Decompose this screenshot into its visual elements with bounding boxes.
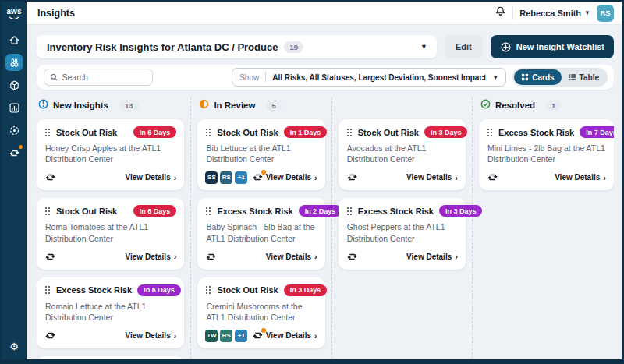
lane-title: In Review — [214, 101, 255, 110]
sidebar-item-cube[interactable] — [5, 76, 23, 94]
insight-card[interactable]: Excess Stock Risk In 3 Days Ghost Pepper… — [339, 198, 466, 269]
new-insight-watchlist-label: New Insight Watchlist — [516, 42, 604, 51]
risk-type-label: Stock Out Risk — [358, 128, 419, 137]
drag-handle-icon[interactable] — [205, 128, 211, 137]
lane-count-badge: 13 — [119, 100, 139, 111]
view-details-link[interactable]: View Details› — [406, 252, 458, 261]
topbar: Insights Rebecca Smith ▼ RS — [27, 2, 622, 25]
assignee-avatars: SSRS+1 — [205, 171, 247, 184]
notifications-bell-icon[interactable] — [495, 5, 506, 20]
status-icon — [38, 98, 48, 112]
avatar-chip[interactable]: +1 — [235, 330, 247, 342]
user-avatar[interactable]: RS — [597, 5, 614, 22]
drag-handle-icon[interactable] — [205, 285, 211, 295]
view-details-link[interactable]: View Details› — [266, 252, 317, 261]
sidebar-item-gear[interactable]: ⚙ — [5, 337, 23, 355]
feedback-icon — [9, 147, 20, 159]
insight-card[interactable]: Stock Out Risk In 6 Days Honey Crisp App… — [37, 119, 184, 190]
insight-card[interactable]: Stock Out Risk In 3 Days Cremini Mushroo… — [197, 277, 324, 348]
bar-chart-icon — [9, 102, 20, 114]
sync-icon[interactable] — [44, 330, 56, 341]
view-details-link[interactable]: View Details› — [126, 331, 177, 341]
due-date-badge: In 6 Days — [133, 205, 177, 217]
search-box[interactable] — [44, 69, 153, 86]
lane-cards: Stock Out Risk In 3 Days Avocados at the… — [339, 119, 466, 270]
board-lane: Resolved 1 Excess Stock Risk In 7 Days M… — [473, 97, 614, 359]
chevron-down-icon: ▼ — [420, 43, 427, 51]
view-details-link[interactable]: View Details› — [266, 173, 317, 182]
table-view-button[interactable]: Table — [562, 69, 606, 85]
app-window: aws ⚙ Insights Rebecca Smith ▼ RS — [0, 0, 624, 364]
insight-card[interactable]: Excess Stock Risk In 6 Days Romain Lettu… — [37, 277, 184, 348]
insight-card[interactable]: Excess Stock Risk In 7 Days Mini Limes -… — [479, 119, 614, 190]
drag-handle-icon[interactable] — [44, 285, 51, 295]
view-details-link[interactable]: View Details› — [266, 331, 317, 341]
sidebar-item-bar-chart[interactable] — [5, 99, 23, 116]
view-details-link[interactable]: View Details› — [406, 173, 458, 182]
insight-card[interactable]: Stock Out Risk In 1 Days Bib Lettuce at … — [197, 119, 324, 190]
sync-icon[interactable] — [252, 330, 264, 341]
sync-icon[interactable] — [44, 171, 56, 183]
drag-handle-icon[interactable] — [205, 207, 211, 216]
watchlist-selector[interactable]: Inventory Risk Insights for Atlanta DC /… — [37, 35, 437, 58]
card-description: Baby Spinach - 5lb Bag at the ATL1 Distr… — [206, 221, 317, 243]
show-filter-dropdown[interactable]: Show All Risks, All Statuses, Largest De… — [232, 68, 506, 87]
sync-icon[interactable] — [346, 171, 358, 183]
lane-cards: Stock Out Risk In 6 Days Honey Crisp App… — [37, 119, 184, 359]
sidebar-nav — [5, 31, 23, 337]
view-toggle: Cards Table — [512, 68, 608, 87]
sync-icon[interactable] — [252, 171, 264, 183]
avatar-chip[interactable]: RS — [220, 330, 232, 342]
insight-card[interactable]: Excess Stock Risk In 2 Days Baby Spinach… — [197, 198, 324, 269]
binoculars-icon — [9, 57, 20, 69]
aws-logo: aws — [7, 8, 22, 20]
watchlist-header-row: Inventory Risk Insights for Atlanta DC /… — [37, 35, 614, 58]
insight-card[interactable]: Stock Out Risk In 3 Days Avocados at the… — [339, 119, 466, 190]
view-details-link[interactable]: View Details› — [126, 252, 177, 261]
search-icon — [50, 72, 58, 82]
kanban-board: New Insights 13 Stock Out Risk In 6 Days… — [37, 97, 614, 359]
edit-button[interactable]: Edit — [445, 35, 483, 58]
sidebar-item-radar[interactable] — [5, 122, 23, 139]
drag-handle-icon[interactable] — [487, 128, 493, 137]
cards-view-button[interactable]: Cards — [514, 69, 561, 85]
lane-header: In Review 5 — [199, 99, 324, 111]
sync-icon[interactable] — [346, 251, 358, 263]
board-lane: In Review 5 Stock Out Risk In 1 Days Bib… — [191, 97, 332, 359]
watchlist-count-badge: 19 — [284, 41, 303, 53]
chevron-right-icon: › — [174, 331, 177, 341]
sync-icon[interactable] — [205, 251, 217, 263]
board-lane: Stock Out Risk In 3 Days Avocados at the… — [332, 97, 473, 359]
avatar-chip[interactable]: SS — [205, 171, 218, 184]
user-menu[interactable]: Rebecca Smith ▼ — [519, 9, 590, 18]
avatar-chip[interactable]: TW — [205, 330, 218, 342]
view-details-link[interactable]: View Details› — [555, 173, 606, 182]
drag-handle-icon[interactable] — [346, 207, 353, 216]
insight-card[interactable]: Stock Out Risk In 6 Days Roma Tomatoes a… — [37, 198, 184, 269]
sidebar-item-feedback[interactable] — [5, 144, 23, 161]
lane-cards: Excess Stock Risk In 7 Days Mini Limes -… — [479, 119, 614, 190]
due-date-badge: In 3 Days — [424, 126, 468, 138]
risk-type-label: Excess Stock Risk — [217, 207, 292, 216]
user-name-label: Rebecca Smith — [519, 9, 581, 18]
sync-icon[interactable] — [487, 171, 498, 183]
search-input[interactable] — [62, 72, 147, 82]
plus-circle-icon — [500, 41, 512, 53]
avatar-chip[interactable]: RS — [220, 171, 232, 184]
sync-icon[interactable] — [44, 251, 56, 263]
risk-type-label: Stock Out Risk — [56, 128, 117, 137]
sidebar-item-home[interactable] — [5, 31, 23, 48]
drag-handle-icon[interactable] — [44, 128, 51, 137]
sidebar-item-binoculars[interactable] — [5, 54, 23, 71]
view-details-link[interactable]: View Details› — [126, 173, 177, 182]
drag-handle-icon[interactable] — [346, 128, 353, 137]
insight-card[interactable]: Excess Stock Risk In 8 Days Artichokes a… — [37, 356, 184, 359]
avatar-chip[interactable]: +1 — [235, 171, 247, 184]
lane-header: New Insights 13 — [38, 99, 184, 111]
due-date-badge: In 1 Days — [284, 126, 328, 138]
list-icon — [569, 73, 576, 81]
content: Inventory Risk Insights for Atlanta DC /… — [27, 25, 622, 359]
drag-handle-icon[interactable] — [44, 207, 51, 216]
risk-type-label: Excess Stock Risk — [498, 128, 574, 137]
new-insight-watchlist-button[interactable]: New Insight Watchlist — [491, 35, 614, 58]
